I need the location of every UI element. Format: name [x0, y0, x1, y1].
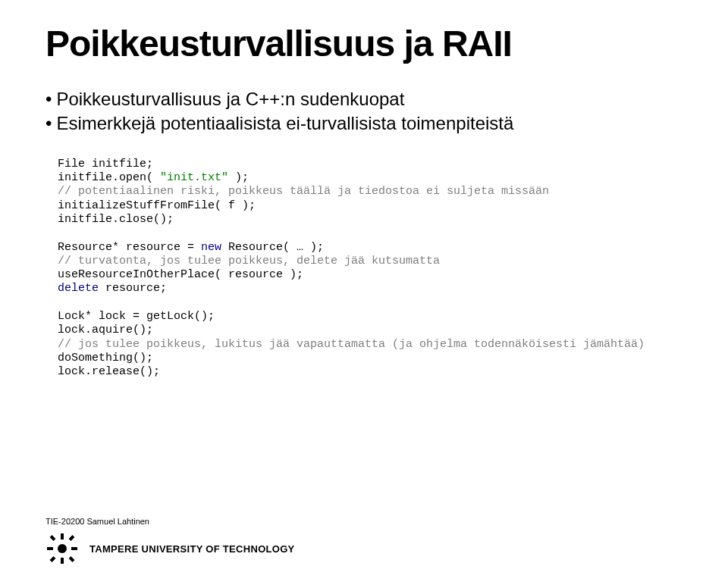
svg-rect-4 [71, 547, 77, 550]
code-line: initfile.open( [58, 171, 160, 184]
code-line: doSomething(); [58, 352, 153, 364]
svg-rect-2 [61, 558, 64, 564]
svg-rect-5 [50, 535, 56, 541]
bullet-text: Poikkeusturvallisuus ja C++:n sudenkuopa… [56, 89, 404, 109]
code-line: initializeStuffFromFile( f ); [58, 199, 256, 212]
code-string: "init.txt" [160, 171, 235, 184]
svg-rect-6 [69, 535, 75, 541]
slide: Poikkeusturvallisuus ja RAII Poikkeustur… [0, 0, 728, 588]
code-line: File initfile; [58, 158, 153, 170]
bullet-list: Poikkeusturvallisuus ja C++:n sudenkuopa… [0, 64, 728, 136]
code-line: initfile.close(); [58, 213, 174, 226]
code-keyword: delete [58, 282, 105, 295]
code-comment: // potentiaalinen riski, poikkeus täällä… [58, 185, 549, 198]
code-line: Lock* lock = getLock(); [58, 310, 215, 323]
course-label: TIE-20200 Samuel Lahtinen [46, 517, 149, 526]
code-comment: // jos tulee poikkeus, lukitus jää vapau… [58, 338, 645, 351]
university-name: TAMPERE UNIVERSITY OF TECHNOLOGY [89, 543, 295, 555]
footer: TAMPERE UNIVERSITY OF TECHNOLOGY [46, 532, 295, 565]
slide-title: Poikkeusturvallisuus ja RAII [0, 0, 728, 64]
code-keyword: new [201, 241, 228, 254]
bullet-item: Poikkeusturvallisuus ja C++:n sudenkuopa… [46, 87, 728, 111]
code-line: useResourceInOtherPlace( resource ); [58, 268, 303, 281]
bullet-item: Esimerkkejä potentiaalisista ei-turvalli… [46, 111, 728, 136]
svg-rect-8 [69, 556, 75, 562]
svg-rect-7 [50, 556, 56, 562]
code-line: Resource( … ); [228, 241, 324, 254]
university-logo-icon [46, 532, 79, 565]
code-line: Resource* resource = [58, 241, 201, 254]
code-line: resource; [105, 282, 167, 295]
bullet-text: Esimerkkejä potentiaalisista ei-turvalli… [56, 113, 513, 133]
code-block: File initfile; initfile.open( "init.txt"… [0, 136, 728, 380]
code-comment: // turvatonta, jos tulee poikkeus, delet… [58, 255, 440, 267]
svg-point-0 [58, 544, 67, 553]
code-line: ); [235, 171, 249, 184]
code-line: lock.release(); [58, 365, 160, 378]
svg-rect-3 [47, 547, 53, 550]
code-line: lock.aquire(); [58, 324, 153, 336]
svg-rect-1 [61, 533, 64, 540]
